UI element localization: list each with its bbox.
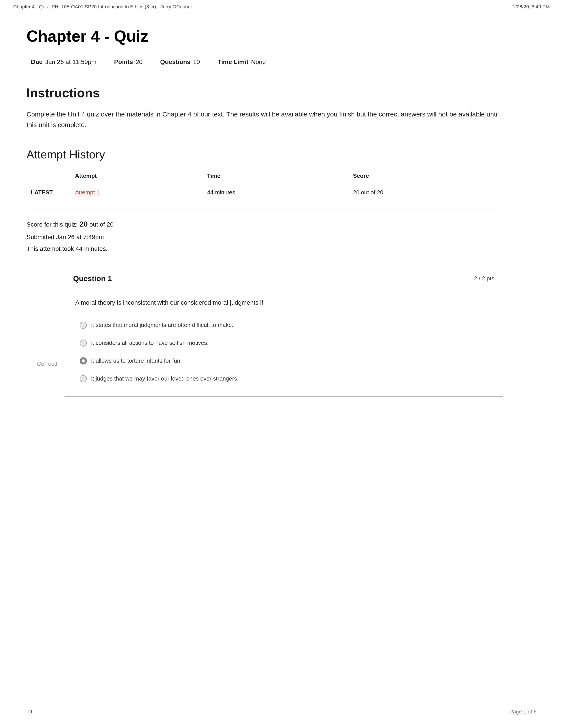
attempt-time: 44 minutes	[203, 184, 349, 201]
points-label: Points	[114, 58, 133, 66]
question1-body: A moral theory is inconsistent with our …	[64, 289, 503, 396]
due-item: Due Jan 26 at 11:59pm	[31, 58, 96, 66]
question1-points: 2 / 2 pts	[474, 275, 495, 282]
points-item: Points 20	[114, 58, 143, 66]
correct-label: Correct!	[26, 268, 57, 397]
score-section: Score for this quiz: 20 out of 20 Submit…	[26, 210, 503, 255]
questions-value: 10	[193, 58, 200, 66]
col-time: Time	[203, 168, 349, 184]
radio-1[interactable]	[80, 340, 87, 347]
due-value: Jan 26 at 11:59pm	[45, 58, 96, 66]
course-info: Chapter 4 - Quiz: PHI-105-OA01 SP20 Intr…	[13, 4, 192, 10]
score-bold: 20	[79, 220, 88, 228]
instructions-body: Complete the Unit 4 quiz over the materi…	[26, 109, 503, 130]
attempt-link[interactable]: Attempt 1	[75, 189, 100, 196]
info-bar: Due Jan 26 at 11:59pm Points 20 Question…	[26, 52, 503, 72]
main-content: Chapter 4 - Quiz Due Jan 26 at 11:59pm P…	[0, 14, 530, 428]
due-label: Due	[31, 58, 43, 66]
attempt-score: 20 out of 20	[349, 184, 503, 201]
attempt-history-title: Attempt History	[26, 148, 503, 161]
answer-text-1: it considers all actions to have selfish…	[91, 340, 209, 346]
page-title: Chapter 4 - Quiz	[26, 27, 503, 45]
question1-wrapper: Correct! Question 1 2 / 2 pts A moral th…	[26, 268, 503, 397]
question1-text: A moral theory is inconsistent with our …	[75, 298, 492, 307]
table-header-row: Attempt Time Score	[26, 168, 503, 184]
time-limit-value: None	[251, 58, 266, 66]
answer-text-2: it allows us to torture infants for fun.	[91, 357, 182, 364]
radio-3[interactable]	[80, 375, 87, 382]
answer-option-0[interactable]: it states that moral judgments are often…	[75, 316, 492, 334]
col-attempt: Attempt	[71, 168, 203, 184]
questions-label: Questions	[160, 58, 190, 66]
submitted-line: Submitted Jan 26 at 7:49pm	[26, 231, 503, 243]
footer-left: htt	[26, 709, 32, 715]
duration-line: This attempt took 44 minutes.	[26, 243, 503, 255]
col-score: Score	[349, 168, 503, 184]
footer: htt Page 1 of 6	[26, 709, 537, 715]
points-value: 20	[135, 58, 142, 66]
table-row: LATEST Attempt 1 44 minutes 20 out of 20	[26, 184, 503, 201]
answer-option-3[interactable]: it judges that we may favor our loved on…	[75, 370, 492, 388]
attempt-table: Attempt Time Score LATEST Attempt 1 44 m…	[26, 168, 503, 201]
question1-header: Question 1 2 / 2 pts	[64, 268, 503, 289]
attempt-link-cell[interactable]: Attempt 1	[71, 184, 203, 201]
time-limit-item: Time Limit None	[218, 58, 266, 66]
question1-card: Question 1 2 / 2 pts A moral theory is i…	[64, 268, 503, 397]
answer-option-1[interactable]: it considers all actions to have selfish…	[75, 334, 492, 352]
answer-text-0: it states that moral judgments are often…	[91, 322, 233, 328]
time-limit-label: Time Limit	[218, 58, 248, 66]
question1-number: Question 1	[73, 274, 112, 283]
radio-2[interactable]	[80, 357, 87, 364]
instructions-title: Instructions	[26, 85, 503, 100]
score-suffix: out of 20	[88, 221, 113, 228]
col-label	[26, 168, 71, 184]
header-bar: Chapter 4 - Quiz: PHI-105-OA01 SP20 Intr…	[0, 0, 563, 14]
timestamp: 1/26/20, 8:49 PM	[513, 4, 550, 10]
answer-option-2[interactable]: it allows us to torture infants for fun.	[75, 352, 492, 370]
score-line: Score for this quiz: 20 out of 20	[26, 217, 503, 231]
questions-item: Questions 10	[160, 58, 200, 66]
footer-right: Page 1 of 6	[509, 709, 537, 715]
radio-0[interactable]	[80, 322, 87, 329]
answer-text-3: it judges that we may favor our loved on…	[91, 375, 239, 382]
score-prefix: Score for this quiz:	[26, 221, 79, 228]
latest-label: LATEST	[26, 184, 71, 201]
